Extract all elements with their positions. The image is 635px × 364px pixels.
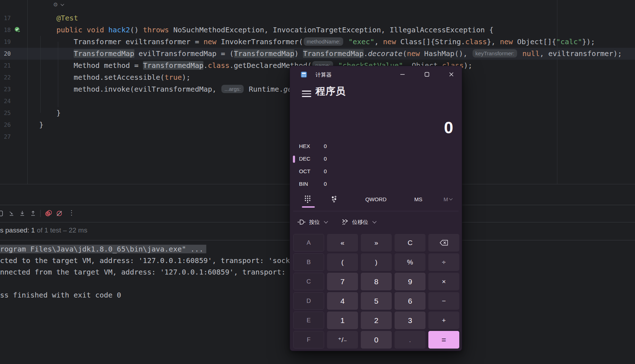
code-token: , [374, 37, 383, 46]
code-token: public [56, 26, 82, 34]
radix-label: OCT [299, 168, 310, 174]
code-token: ( [402, 49, 407, 58]
calculator-app-icon [301, 72, 307, 78]
code-token: Transformer eviltransformer = [74, 37, 203, 46]
key-a[interactable]: A [293, 234, 324, 252]
key-backspace[interactable] [428, 234, 459, 252]
code-token: evilTransformedMap = ( [134, 49, 234, 58]
radix-row-bin[interactable]: BIN0 [290, 180, 462, 190]
key-8[interactable]: 8 [361, 273, 392, 290]
key-plus[interactable]: + [428, 312, 459, 329]
key-0[interactable]: 0 [361, 331, 392, 349]
hamburger-menu-icon[interactable] [302, 89, 311, 99]
radix-row-oct[interactable]: OCT0 [290, 167, 462, 177]
maximize-button[interactable] [419, 66, 435, 82]
key-c[interactable]: C [293, 273, 324, 290]
key-shift-left[interactable]: « [327, 234, 358, 252]
console-line: nnected from the target VM, address: '12… [0, 266, 290, 278]
key-6[interactable]: 6 [395, 292, 425, 310]
coverage-icon[interactable] [45, 210, 52, 217]
run-test-passed-icon[interactable] [14, 27, 21, 33]
clipped-frame-icon[interactable] [0, 210, 4, 217]
minimize-button[interactable] [394, 66, 411, 82]
radix-label: BIN [299, 181, 308, 187]
memory-store-button[interactable]: MS [409, 193, 427, 206]
memory-menu-button[interactable]: M [438, 193, 457, 206]
run-to-cursor-icon[interactable] [8, 210, 15, 217]
key-percent[interactable]: % [395, 253, 425, 271]
inlay-hint: ...args: [221, 85, 244, 93]
test-status: s passed: 1 of 1 test – 22 ms [0, 226, 87, 234]
code-token: } [56, 109, 61, 117]
key-3[interactable]: 3 [395, 312, 425, 329]
code-line: TransformedMap evilTransformedMap = (Tra… [74, 48, 622, 60]
radix-row-hex[interactable]: HEX0 [290, 142, 462, 152]
key-2[interactable]: 2 [361, 312, 392, 329]
code-token: method.invoke(evilTransformedMap, [74, 85, 221, 93]
key-open-paren[interactable]: ( [327, 253, 358, 271]
key-minus[interactable]: − [428, 292, 459, 310]
code-token [104, 26, 108, 34]
selected-keypad-indicator [302, 206, 315, 208]
code-token: class [465, 37, 487, 46]
code-token: Method method = [74, 61, 143, 70]
key-divide[interactable]: ÷ [428, 253, 459, 271]
code-token: TransformedMap [143, 61, 204, 70]
code-token: ) [294, 49, 303, 58]
key-shift-right[interactable]: » [361, 234, 392, 252]
key-c[interactable]: C [395, 234, 425, 252]
key-7[interactable]: 7 [327, 273, 358, 290]
no-coverage-icon[interactable] [56, 210, 63, 217]
calculator-mode-title: 程序员 [316, 85, 346, 98]
code-token: TransformedMap [303, 49, 364, 58]
chevron-down-icon [449, 197, 452, 200]
navigate-down-icon[interactable] [19, 210, 26, 217]
key-multiply[interactable]: × [428, 273, 459, 290]
line-number: 20 [0, 48, 11, 60]
hard-wrap-guide [557, 0, 557, 184]
code-token: HashMap(), [420, 49, 472, 58]
code-token: null [523, 49, 540, 58]
key-4[interactable]: 4 [327, 292, 358, 310]
code-vision-hint[interactable]: ⚙ [53, 1, 64, 8]
radix-row-dec[interactable]: DEC0 [290, 155, 462, 165]
line-number: 17 [0, 12, 11, 24]
full-keypad-toggle[interactable] [299, 193, 316, 206]
key-f[interactable]: F [293, 331, 324, 349]
bitwise-menu[interactable]: 按位 [297, 219, 327, 226]
gear-icon: ⚙ [53, 1, 58, 8]
key-plus-minus[interactable]: ⁺/₋ [327, 331, 358, 349]
code-token: Runtime. [244, 85, 283, 93]
console-line: ss finished with exit code 0 [0, 289, 121, 301]
code-token: void [87, 26, 104, 34]
code-token: new [500, 37, 513, 46]
more-options-icon[interactable]: ⋮ [68, 209, 75, 217]
code-token: throws [143, 26, 169, 34]
bitshift-menu[interactable]: 位移位 [341, 219, 376, 226]
code-token: method.setAccessible( [74, 73, 165, 82]
key-9[interactable]: 9 [395, 273, 425, 290]
code-token: "exec" [348, 37, 374, 46]
line-number: 22 [0, 72, 11, 83]
key-equals[interactable]: = [428, 331, 459, 349]
bit-toggle-keypad[interactable] [326, 193, 342, 206]
code-token: ); [182, 73, 190, 82]
code-token [518, 49, 522, 58]
close-button[interactable] [443, 66, 460, 82]
code-token: } [39, 120, 43, 129]
key-b[interactable]: B [293, 253, 324, 271]
key-dot[interactable]: . [395, 331, 425, 349]
word-size-button[interactable]: QWORD [362, 193, 390, 206]
key-close-paren[interactable]: ) [361, 253, 392, 271]
code-token: Class[]{String. [396, 37, 465, 46]
code-token: TransformedMap [74, 49, 134, 58]
key-d[interactable]: D [293, 292, 324, 310]
key-e[interactable]: E [293, 312, 324, 329]
calculator-window: 计算器 程序员 0 HEX0DEC0OCT0BIN0 QWORD MS M 按位 [290, 66, 462, 351]
navigate-up-icon[interactable] [29, 210, 37, 217]
indent-guide [40, 36, 41, 113]
key-5[interactable]: 5 [361, 292, 392, 310]
key-1[interactable]: 1 [327, 312, 358, 329]
code-line: } [39, 119, 43, 131]
code-token [344, 37, 348, 46]
